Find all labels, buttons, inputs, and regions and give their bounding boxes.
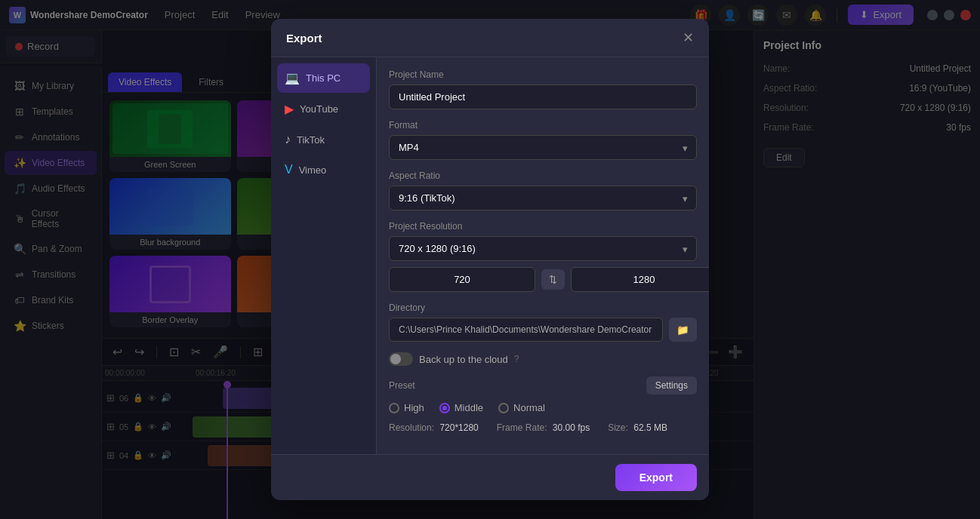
detail-framerate: Frame Rate: 30.00 fps bbox=[497, 422, 590, 433]
settings-button[interactable]: Settings bbox=[646, 376, 697, 395]
modal-sidebar: 💻 This PC ▶ YouTube ♪ TikTok V Vimeo bbox=[271, 57, 377, 454]
detail-resolution: Resolution: 720*1280 bbox=[389, 422, 479, 433]
backup-label: Back up to the cloud bbox=[419, 354, 508, 365]
browse-button[interactable]: 📁 bbox=[669, 318, 697, 342]
resolution-select-wrapper: 720 x 1280 (9:16) 1280 x 720 (16:9) 1920… bbox=[389, 236, 697, 261]
project-name-label: Project Name bbox=[389, 69, 697, 80]
preset-high[interactable]: High bbox=[389, 402, 424, 413]
modal-nav-youtube[interactable]: ▶ YouTube bbox=[277, 94, 370, 124]
preset-middle-radio[interactable] bbox=[439, 403, 450, 413]
backup-toggle[interactable] bbox=[389, 352, 413, 366]
format-group: Format MP4 MOV AVI GIF bbox=[389, 120, 697, 160]
preset-header: Preset Settings bbox=[389, 376, 697, 395]
modal-header: Export ✕ bbox=[271, 19, 709, 57]
project-name-group: Project Name bbox=[389, 69, 697, 109]
preset-middle[interactable]: Middle bbox=[439, 402, 483, 413]
preset-high-label: High bbox=[404, 402, 424, 413]
preset-details: Resolution: 720*1280 Frame Rate: 30.00 f… bbox=[389, 422, 697, 433]
format-label: Format bbox=[389, 120, 697, 131]
preset-high-radio[interactable] bbox=[389, 403, 399, 413]
backup-row: Back up to the cloud ? bbox=[389, 352, 697, 366]
modal-body: 💻 This PC ▶ YouTube ♪ TikTok V Vimeo bbox=[271, 57, 709, 454]
modal-close-button[interactable]: ✕ bbox=[683, 29, 694, 46]
this-pc-icon: 💻 bbox=[285, 71, 300, 85]
export-modal: Export ✕ 💻 This PC ▶ YouTube ♪ bbox=[271, 19, 709, 500]
format-select-wrapper: MP4 MOV AVI GIF bbox=[389, 135, 697, 160]
directory-row: 📁 bbox=[389, 318, 697, 342]
resolution-select[interactable]: 720 x 1280 (9:16) 1280 x 720 (16:9) 1920… bbox=[389, 236, 697, 261]
detail-size-value: 62.5 MB bbox=[633, 422, 667, 433]
backup-help-icon[interactable]: ? bbox=[514, 354, 519, 364]
aspect-ratio-select[interactable]: 9:16 (TikTok) 16:9 (YouTube) 1:1 (Instag… bbox=[389, 186, 697, 210]
toggle-knob bbox=[390, 354, 401, 364]
preset-normal-label: Normal bbox=[513, 402, 545, 413]
height-input[interactable] bbox=[571, 267, 709, 292]
detail-resolution-label: Resolution: bbox=[389, 422, 434, 433]
tiktok-icon: ♪ bbox=[285, 133, 291, 146]
width-input[interactable] bbox=[389, 267, 535, 292]
modal-form: Project Name Format MP4 MOV AVI GIF bbox=[377, 57, 709, 454]
aspect-ratio-select-wrapper: 9:16 (TikTok) 16:9 (YouTube) 1:1 (Instag… bbox=[389, 186, 697, 210]
vimeo-icon: V bbox=[285, 163, 293, 177]
preset-normal-radio[interactable] bbox=[498, 403, 509, 413]
modal-export-button[interactable]: Export bbox=[615, 464, 697, 491]
youtube-icon: ▶ bbox=[285, 102, 294, 116]
preset-section: Preset Settings High Middle bbox=[389, 376, 697, 433]
modal-nav-vimeo[interactable]: V Vimeo bbox=[277, 155, 370, 184]
directory-label: Directory bbox=[389, 302, 697, 313]
backup-group: Back up to the cloud ? bbox=[389, 352, 697, 366]
directory-input[interactable] bbox=[389, 318, 663, 342]
modal-nav-tiktok[interactable]: ♪ TikTok bbox=[277, 125, 370, 154]
modal-overlay: Export ✕ 💻 This PC ▶ YouTube ♪ bbox=[0, 0, 980, 519]
aspect-ratio-label: Aspect Ratio bbox=[389, 170, 697, 181]
detail-size: Size: 62.5 MB bbox=[608, 422, 667, 433]
detail-resolution-value: 720*1280 bbox=[439, 422, 478, 433]
modal-title: Export bbox=[286, 32, 322, 45]
detail-size-label: Size: bbox=[608, 422, 628, 433]
preset-label: Preset bbox=[389, 380, 415, 391]
preset-middle-label: Middle bbox=[455, 402, 483, 413]
aspect-ratio-group: Aspect Ratio 9:16 (TikTok) 16:9 (YouTube… bbox=[389, 170, 697, 210]
project-name-input[interactable] bbox=[389, 84, 697, 109]
detail-framerate-label: Frame Rate: bbox=[497, 422, 547, 433]
swap-resolution-button[interactable]: ⇅ bbox=[541, 269, 565, 290]
preset-detail-items: Resolution: 720*1280 Frame Rate: 30.00 f… bbox=[389, 422, 697, 433]
format-select[interactable]: MP4 MOV AVI GIF bbox=[389, 135, 697, 160]
preset-normal[interactable]: Normal bbox=[498, 402, 545, 413]
resolution-group: Project Resolution 720 x 1280 (9:16) 128… bbox=[389, 221, 697, 292]
preset-radio-group: High Middle Normal bbox=[389, 402, 697, 413]
modal-nav-this-pc[interactable]: 💻 This PC bbox=[277, 63, 370, 93]
detail-framerate-value: 30.00 fps bbox=[553, 422, 590, 433]
resolution-inputs: ⇅ bbox=[389, 267, 697, 292]
resolution-group-label: Project Resolution bbox=[389, 221, 697, 232]
modal-footer: Export bbox=[271, 454, 709, 500]
directory-group: Directory 📁 bbox=[389, 302, 697, 342]
